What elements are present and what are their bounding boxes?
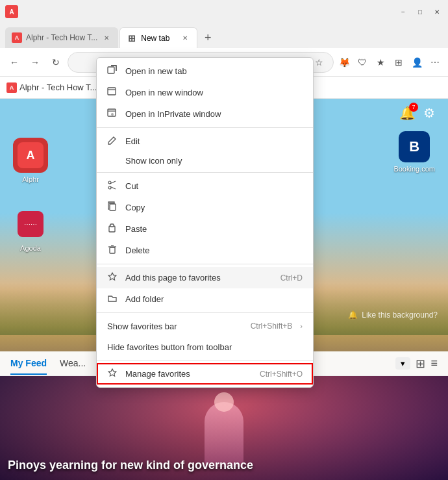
menu-manage-favorites[interactable]: Manage favorites Ctrl+Shift+O	[97, 363, 313, 385]
shield-icon[interactable]: 🛡	[355, 55, 370, 70]
settings-icon[interactable]: ⚙	[423, 105, 435, 121]
edit-icon	[107, 135, 118, 147]
tab-close-newtab[interactable]: ✕	[180, 33, 190, 44]
feed-tab-controls: ▾ ⊞ ≡	[395, 357, 438, 371]
open-new-tab-label: Open in new tab	[125, 66, 303, 76]
add-folder-label: Add folder	[125, 294, 303, 304]
context-menu: Open in new tab Open in new window Open …	[96, 57, 314, 388]
svg-point-5	[111, 113, 114, 116]
tab-bar: A Alphr - Tech How T... ✕ ⊞ New tab ✕ +	[0, 23, 448, 48]
menu-copy[interactable]: Copy	[97, 197, 313, 218]
delete-icon	[107, 244, 118, 257]
collections-icon[interactable]: ⊞	[391, 55, 406, 70]
speedial-agoda-icon: ⋯⋯	[13, 207, 48, 242]
menu-cut[interactable]: Cut	[97, 175, 313, 197]
menu-show-icon-only[interactable]: Show icon only	[97, 152, 313, 170]
menu-open-inprivate[interactable]: Open in InPrivate window	[97, 103, 313, 125]
manage-favorites-icon	[107, 368, 118, 380]
speedial-agoda[interactable]: ⋯⋯ Agoda	[13, 207, 48, 252]
back-button[interactable]: ←	[5, 53, 23, 71]
window-controls: − □ ✕	[397, 6, 443, 18]
show-favorites-bar-arrow: ›	[300, 322, 303, 330]
minimize-button[interactable]: −	[397, 6, 409, 18]
speedial-agoda-label: Agoda	[20, 244, 41, 252]
forward-button[interactable]: →	[26, 53, 44, 71]
open-new-window-icon	[107, 86, 118, 99]
open-inprivate-icon	[107, 108, 118, 120]
notification-icon[interactable]: 🔔 7	[399, 105, 416, 121]
speedial-alphr-icon: A	[13, 138, 48, 173]
menu-hide-favorites-btn[interactable]: Hide favorites button from toolbar	[97, 336, 313, 357]
news-card[interactable]: Pinoys yearning for new kind of governan…	[0, 376, 448, 480]
maximize-button[interactable]: □	[414, 6, 426, 18]
page-topbar: 🔔 7 ⚙	[399, 105, 435, 121]
notification-badge: 7	[409, 103, 418, 112]
add-favorites-shortcut: Ctrl+D	[280, 273, 303, 283]
tab-label-alphr: Alphr - Tech How T...	[26, 33, 97, 42]
tab-newtab[interactable]: ⊞ New tab ✕	[119, 27, 197, 48]
speedial-booking[interactable]: B Booking.com	[393, 131, 435, 173]
menu-show-favorites-bar[interactable]: Show favorites bar Ctrl+Shift+B ›	[97, 316, 313, 336]
show-icon-only-label: Show icon only	[125, 156, 182, 166]
menu-add-favorites[interactable]: Add this page to favorites Ctrl+D	[97, 267, 313, 288]
menu-open-new-window[interactable]: Open in new window	[97, 82, 313, 103]
svg-rect-13	[110, 247, 115, 253]
tab-favicon-newtab: ⊞	[127, 33, 137, 44]
speedial-alphr-label: Alphr	[22, 175, 39, 183]
profile-icon[interactable]: 👤	[409, 55, 425, 70]
refresh-button[interactable]: ↻	[47, 53, 65, 71]
tab-label-newtab: New tab	[141, 34, 169, 43]
delete-label: Delete	[125, 246, 303, 255]
booking-label: Booking.com	[393, 165, 435, 173]
paste-label: Paste	[125, 224, 303, 234]
cut-icon	[107, 180, 118, 192]
favorites-icon[interactable]: ★	[373, 55, 388, 70]
booking-icon: B	[399, 131, 430, 162]
cut-label: Cut	[125, 181, 303, 191]
title-bar: A − □ ✕	[0, 0, 448, 23]
menu-open-new-tab[interactable]: Open in new tab	[97, 60, 313, 82]
copy-label: Copy	[125, 203, 303, 212]
open-new-window-label: Open in new window	[125, 88, 303, 97]
svg-rect-12	[110, 224, 114, 227]
tab-weather[interactable]: Wea...	[60, 353, 86, 375]
separator-3	[97, 264, 313, 264]
speedial-left: A Alphr ⋯⋯ Agoda	[13, 138, 48, 252]
news-headline: Pinoys yearning for new kind of governan…	[8, 459, 440, 472]
open-new-tab-icon	[107, 65, 118, 77]
breadcrumb-label: Alphr - Tech How T...	[19, 82, 97, 92]
feed-grid-icon[interactable]: ⊞	[416, 357, 425, 371]
paste-icon	[107, 223, 118, 235]
show-favorites-bar-shortcut: Ctrl+Shift+B	[251, 322, 293, 331]
separator-2	[97, 172, 313, 173]
menu-add-folder[interactable]: Add folder	[97, 288, 313, 310]
tab-close-alphr[interactable]: ✕	[101, 32, 112, 43]
menu-edit[interactable]: Edit	[97, 131, 313, 152]
more-icon[interactable]: ⋯	[427, 55, 443, 70]
svg-rect-0	[108, 67, 114, 73]
separator-4	[97, 312, 313, 313]
browser-logo: A	[5, 5, 18, 18]
speedial-alphr[interactable]: A Alphr	[13, 138, 48, 183]
manage-favorites-label: Manage favorites	[125, 369, 252, 379]
add-favorites-label: Add this page to favorites	[125, 273, 273, 283]
menu-delete[interactable]: Delete	[97, 240, 313, 261]
hide-favorites-btn-label: Hide favorites button from toolbar	[107, 342, 303, 352]
feed-dropdown[interactable]: ▾	[395, 357, 410, 370]
show-favorites-bar-label: Show favorites bar	[107, 322, 243, 331]
tab-myfeed[interactable]: My Feed	[10, 353, 47, 375]
separator-1	[97, 127, 313, 128]
add-favorites-icon	[107, 272, 118, 284]
separator-5	[97, 360, 313, 360]
fox-icon[interactable]: 🦊	[336, 55, 352, 70]
open-inprivate-label: Open in InPrivate window	[125, 109, 303, 119]
tab-favicon-alphr: A	[12, 32, 22, 43]
close-button[interactable]: ✕	[431, 6, 443, 18]
svg-rect-10	[110, 204, 116, 210]
like-background-button[interactable]: 🔔 Like this background?	[348, 310, 438, 320]
add-folder-icon	[107, 293, 118, 305]
menu-paste[interactable]: Paste	[97, 218, 313, 240]
new-tab-button[interactable]: +	[199, 29, 217, 47]
feed-list-icon[interactable]: ≡	[430, 357, 438, 370]
tab-alphr[interactable]: A Alphr - Tech How T... ✕	[5, 27, 118, 48]
